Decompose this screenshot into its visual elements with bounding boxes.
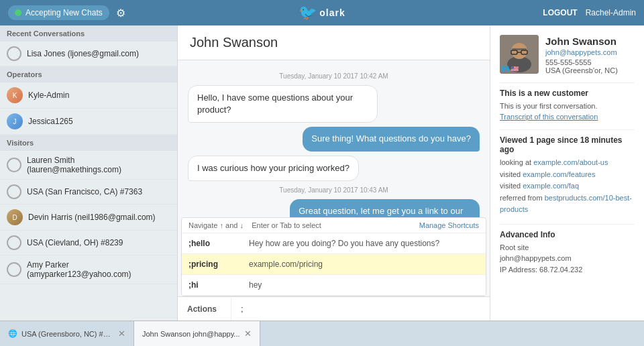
- contact-icons-overlay: 🌐 🇺🇸: [501, 65, 519, 72]
- jessica-avatar: J: [7, 113, 23, 129]
- page-link-0[interactable]: example.com/about-us: [533, 158, 608, 166]
- visitor-icon: [7, 158, 21, 172]
- transcript-link[interactable]: Transcript of this conversation: [500, 113, 598, 121]
- page-link-1[interactable]: example.com/features: [523, 170, 595, 178]
- logo-icon: 🐦: [299, 4, 317, 21]
- top-bar: Accepting New Chats ⚙ 🐦 olark LOGOUT Rac…: [0, 0, 644, 25]
- sidebar-item-label: USA (San Francisco, CA) #7363: [27, 187, 142, 196]
- shortcut-value: hey: [249, 280, 262, 290]
- shortcut-row-pricing[interactable]: ;pricing example.com/pricing: [182, 254, 486, 275]
- pages-section: Viewed 1 page since 18 minutes ago looki…: [500, 135, 635, 216]
- operators-header: Operators: [0, 66, 177, 82]
- actions-label: Actions: [178, 298, 231, 321]
- sidebar-item-label: Kyle-Admin: [28, 91, 69, 100]
- new-customer-section: This is a new customer This is your firs…: [500, 89, 635, 122]
- status-indicator[interactable]: Accepting New Chats: [8, 5, 109, 20]
- page-item-1: visited example.com/features: [500, 169, 635, 181]
- new-customer-label: This is a new customer: [500, 89, 635, 98]
- contact-phone: 555-555-5555: [545, 58, 618, 66]
- page-item-3: referred from bestpruducts.com/10-best-p…: [500, 192, 635, 216]
- sidebar-item-jessica[interactable]: J Jessica1265: [0, 109, 177, 135]
- tab-close-0[interactable]: ✕: [118, 329, 125, 339]
- first-convo-text: This is your first conversation.: [500, 101, 635, 112]
- sidebar-item-amy[interactable]: Amy Parker (amyparker123@yahoo.com): [0, 255, 177, 284]
- message-row: Great question, let me get you a link to…: [188, 199, 480, 217]
- tab-label-0: USA (Greensboro, NC) #35...: [21, 330, 114, 338]
- sidebar-item-usa2[interactable]: USA (Cievland, OH) #8239: [0, 231, 177, 255]
- manage-shortcuts-link[interactable]: Manage Shortcuts: [419, 221, 479, 229]
- sidebar-item-label: Jessica1265: [28, 117, 73, 126]
- root-email: john@happypets.com: [500, 253, 635, 264]
- chat-header: John Swanson: [178, 25, 490, 60]
- sidebar-item-lisa[interactable]: Lisa Jones (ljones@gmail.com): [0, 42, 177, 66]
- visitor-icon: [7, 235, 21, 250]
- sidebar-item-label: USA (Cievland, OH) #8239: [27, 238, 123, 247]
- visitors-header: Visitors: [0, 135, 177, 151]
- chat-messages: Tuesday, January 10 2017 10:42 AM Hello,…: [178, 60, 490, 217]
- shortcut-key: ;hi: [189, 280, 235, 290]
- page-item-2: visited example.com/faq: [500, 180, 635, 192]
- panel-divider: [500, 82, 635, 83]
- root-site: Root site: [500, 242, 635, 253]
- status-dot: [15, 9, 21, 16]
- chat-area: John Swanson Tuesday, January 10 2017 10…: [178, 25, 490, 321]
- svg-point-2: [511, 43, 527, 59]
- contact-name: John Swanson: [545, 35, 618, 48]
- message-bubble: Great question, let me get you a link to…: [290, 199, 480, 217]
- contact-header: 🌐 🇺🇸 John Swanson john@happypets.com 555…: [500, 35, 635, 74]
- visitor-icon: [7, 46, 21, 61]
- ip-address: IP Address: 68.72.04.232: [500, 264, 635, 276]
- visitor-icon: [7, 262, 21, 277]
- contact-location: USA (Greensb'or, NC): [545, 66, 618, 74]
- sidebar-item-usa1[interactable]: USA (San Francisco, CA) #7363: [0, 180, 177, 205]
- sidebar-item-label: Amy Parker (amyparker123@yahoo.com): [27, 260, 170, 279]
- right-panel: 🌐 🇺🇸 John Swanson john@happypets.com 555…: [490, 25, 644, 321]
- page-link-2[interactable]: example.com/faq: [523, 182, 579, 190]
- bottom-tab-0[interactable]: 🌐 USA (Greensboro, NC) #35... ✕: [0, 321, 134, 346]
- bottom-tab-1[interactable]: John Swanson john@happy... ✕: [134, 321, 260, 346]
- actions-input[interactable]: [231, 297, 490, 321]
- message-row: I was curious how your pricing worked?: [188, 156, 480, 181]
- sidebar-item-lauren[interactable]: Lauren Smith (lauren@makethings.com): [0, 151, 177, 180]
- message-bubble: Hello, I have some questions about your …: [188, 85, 378, 123]
- contact-photo: 🌐 🇺🇸: [500, 35, 539, 74]
- sidebar: Recent Conversations Lisa Jones (ljones@…: [0, 25, 178, 321]
- message-row: Sure thing! What questions do you have?: [188, 127, 480, 151]
- panel-divider: [500, 129, 635, 130]
- top-right: LOGOUT Rachel-Admin: [543, 8, 636, 17]
- sidebar-item-label: Lauren Smith (lauren@makethings.com): [27, 156, 170, 174]
- contact-info: John Swanson john@happypets.com 555-555-…: [545, 35, 618, 74]
- message-row: Hello, I have some questions about your …: [188, 85, 480, 123]
- contact-email: john@happypets.com: [545, 48, 618, 56]
- advanced-title: Advanced Info: [500, 230, 635, 239]
- timestamp-2: Tuesday, January 10 2017 10:43 AM: [188, 186, 480, 194]
- shortcut-row-hi[interactable]: ;hi hey: [182, 275, 486, 296]
- kyle-avatar: K: [7, 87, 23, 103]
- tab-label-1: John Swanson john@happy...: [142, 330, 240, 338]
- shortcut-row-hello[interactable]: ;hello Hey how are you doing? Do you hav…: [182, 233, 486, 254]
- sidebar-item-kyle[interactable]: K Kyle-Admin: [0, 82, 177, 109]
- sidebar-item-devin[interactable]: D Devin Harris (neil1986@gmail.com): [0, 205, 177, 231]
- tab-close-1[interactable]: ✕: [244, 329, 252, 339]
- shortcut-key: ;pricing: [189, 260, 235, 269]
- admin-name: Rachel-Admin: [586, 8, 636, 17]
- tab-flag-0: 🌐: [8, 329, 17, 338]
- logout-button[interactable]: LOGOUT: [543, 8, 577, 17]
- shortcut-value: Hey how are you doing? Do you have any q…: [249, 239, 439, 248]
- main-layout: Recent Conversations Lisa Jones (ljones@…: [0, 25, 644, 321]
- logo: 🐦 olark: [299, 4, 345, 21]
- actions-bar: Actions: [178, 296, 490, 321]
- devin-avatar: D: [7, 209, 23, 225]
- chat-contact-name: John Swanson: [190, 35, 278, 50]
- panel-divider: [500, 224, 635, 225]
- shortcut-key: ;hello: [189, 239, 235, 248]
- visitor-icon: [7, 184, 21, 199]
- page-item-0: looking at example.com/about-us: [500, 157, 635, 169]
- shortcut-dropdown: Navigate ↑ and ↓ Enter or Tab to select …: [181, 217, 486, 296]
- timestamp-1: Tuesday, January 10 2017 10:42 AM: [188, 72, 480, 80]
- pages-title: Viewed 1 page since 18 minutes ago: [500, 135, 635, 154]
- advanced-info: Advanced Info Root site john@happypets.c…: [500, 230, 635, 276]
- shortcut-nav-bar: Navigate ↑ and ↓ Enter or Tab to select …: [182, 218, 486, 233]
- gear-icon[interactable]: ⚙: [116, 7, 125, 19]
- shortcut-nav-hint: Navigate ↑ and ↓ Enter or Tab to select: [189, 221, 321, 229]
